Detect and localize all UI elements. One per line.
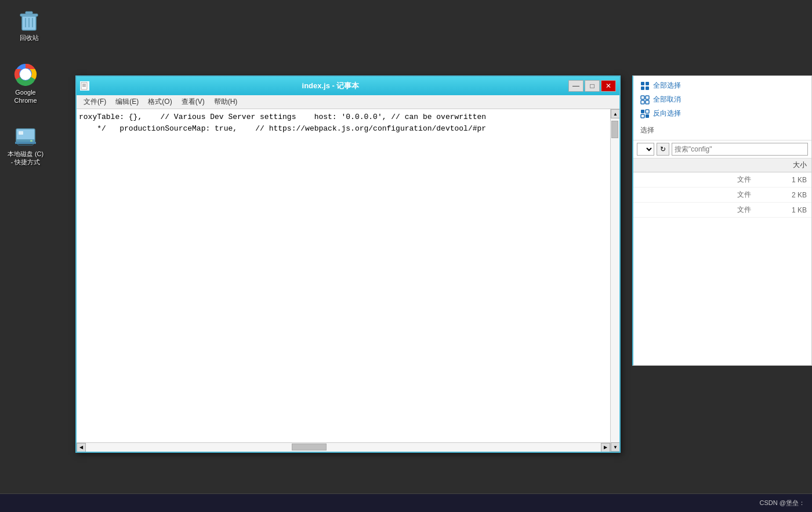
svg-rect-21 [646,86,649,90]
notepad-window: index.js - 记事本 — □ ✕ 文件(F) 编辑(E) 格式(O) 查… [75,75,621,453]
disk-svg [14,124,37,147]
svg-rect-13 [15,142,36,144]
horizontal-scrollbar[interactable]: ◀ ▶ [77,442,619,452]
chrome-svg [14,63,37,86]
close-button[interactable]: ✕ [601,80,616,92]
chrome-label: Google Chrome [5,88,46,105]
svg-rect-26 [641,110,644,113]
svg-rect-22 [641,96,644,99]
svg-rect-23 [646,96,649,99]
select-section-label: 选择 [638,124,807,136]
select-all-icon [640,81,650,91]
menu-file[interactable]: 文件(F) [79,96,111,108]
titlebar-buttons: — □ ✕ [568,80,616,92]
search-dropdown[interactable] [637,143,654,156]
svg-rect-25 [646,100,649,104]
menu-edit[interactable]: 编辑(E) [111,96,143,108]
local-disk-label: 本地磁盘 (C) - 快捷方式 [8,150,44,167]
file-size: 2 KB [772,191,807,199]
hscroll-thumb[interactable] [292,444,327,450]
notepad-textarea[interactable]: roxyTable: {}, // Various Dev Server set… [77,109,619,442]
search-row: ↻ [633,140,811,158]
file-size: 1 KB [772,206,807,214]
svg-point-8 [21,70,30,78]
invert-select-label: 反向选择 [653,109,681,118]
maximize-button[interactable]: □ [585,80,600,92]
header-size: 大小 [772,160,807,170]
scroll-thumb[interactable] [611,121,618,138]
taskbar-info: CSDN @堡垒： [760,499,810,507]
scroll-track[interactable] [611,118,619,442]
svg-rect-24 [641,100,644,104]
recycle-bin-svg [17,8,41,31]
right-panel-toolbar: 全部选择 全部取消 [633,76,811,140]
svg-rect-19 [646,82,649,85]
select-options-group: 全部选择 全部取消 [638,80,807,120]
file-type: 文件 [737,205,772,215]
document-icon [81,82,89,90]
recycle-bin-icon[interactable]: 回收站 [6,6,52,44]
search-input[interactable] [672,143,808,156]
notepad-menubar: 文件(F) 编辑(E) 格式(O) 查看(V) 帮助(H) [77,95,619,109]
menu-view[interactable]: 查看(V) [177,96,209,108]
chrome-icon[interactable]: Google Chrome [2,60,49,107]
menu-help[interactable]: 帮助(H) [209,96,242,108]
deselect-all-icon [640,95,650,104]
menu-format[interactable]: 格式(O) [143,96,176,108]
notepad-titlebar: index.js - 记事本 — □ ✕ [77,77,619,95]
invert-select-option[interactable]: 反向选择 [638,107,807,120]
vertical-scrollbar[interactable]: ▲ ▼ [610,109,619,442]
svg-rect-1 [20,14,38,16]
invert-select-icon [640,109,650,118]
file-type: 文件 [737,175,772,185]
select-all-option[interactable]: 全部选择 [638,80,807,92]
deselect-all-option[interactable]: 全部取消 [638,93,807,106]
notepad-content-area: roxyTable: {}, // Various Dev Server set… [77,109,619,452]
refresh-button[interactable]: ↻ [657,143,669,156]
svg-rect-20 [641,86,644,90]
scroll-up-arrow[interactable]: ▲ [611,109,619,118]
deselect-all-label: 全部取消 [653,95,681,104]
svg-rect-28 [641,114,644,118]
svg-rect-29 [646,114,649,118]
file-list-item[interactable]: 文件 1 KB [633,203,811,218]
minimize-button[interactable]: — [568,80,583,92]
svg-rect-2 [26,12,32,14]
scroll-right-arrow[interactable]: ▶ [601,443,610,452]
file-type: 文件 [737,190,772,200]
recycle-bin-label: 回收站 [20,34,39,42]
svg-rect-27 [646,110,649,113]
file-size: 1 KB [772,176,807,184]
notepad-small-icon [80,81,89,91]
file-list-item[interactable]: 文件 2 KB [633,188,811,203]
desktop: 回收站 Google Chrome 本地磁盘 (C) - 快捷方式 [0,0,812,512]
scroll-left-arrow[interactable]: ◀ [77,443,86,452]
right-panel: 全部选择 全部取消 [632,75,812,366]
svg-rect-14 [81,82,87,89]
hscroll-track[interactable] [86,443,601,452]
notepad-title: index.js - 记事本 [93,81,568,91]
file-list-header: 大小 [633,158,811,172]
file-list-item[interactable]: 文件 1 KB [633,172,811,188]
select-all-label: 全部选择 [653,81,681,91]
local-disk-icon[interactable]: 本地磁盘 (C) - 快捷方式 [2,122,49,169]
taskbar: CSDN @堡垒： [0,493,812,512]
svg-rect-11 [19,131,23,135]
svg-rect-18 [641,82,644,85]
